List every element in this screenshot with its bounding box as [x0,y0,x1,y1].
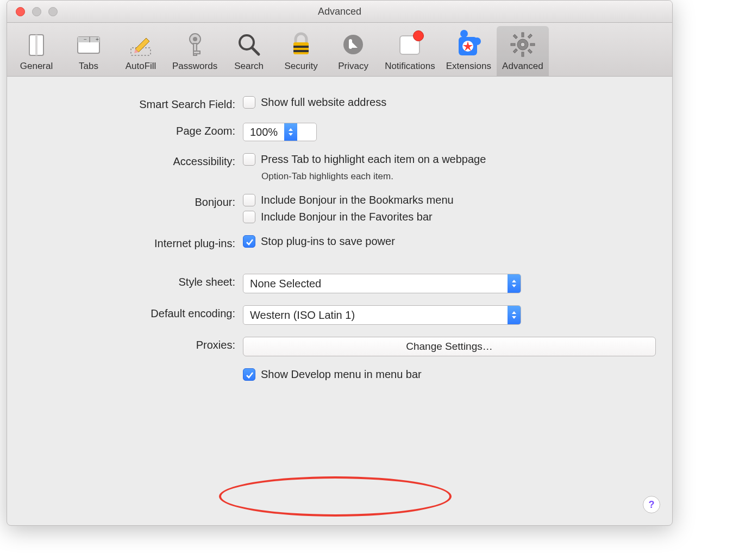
show-develop-label: Show Develop menu in menu bar [261,368,422,381]
default-encoding-select[interactable]: Western (ISO Latin 1) [243,305,521,325]
tab-label: Security [284,61,317,72]
tab-autofill[interactable]: AutoFill [115,26,167,76]
svg-rect-17 [293,46,309,48]
svg-text:+: + [96,36,99,42]
tab-notifications[interactable]: Notifications [379,26,441,76]
svg-point-11 [193,37,197,41]
svg-point-28 [521,42,525,47]
tabs-icon: −+ [73,29,104,60]
svg-rect-35 [528,34,532,39]
window-title: Advanced [318,6,361,17]
show-full-url-checkbox[interactable] [243,96,255,109]
tab-label: Privacy [338,61,368,72]
show-develop-checkbox[interactable] [243,368,255,381]
tab-advanced[interactable]: Advanced [497,26,549,76]
svg-rect-32 [530,43,535,46]
style-sheet-select[interactable]: None Selected [243,274,521,293]
passwords-icon [180,29,210,60]
svg-rect-34 [528,49,532,53]
svg-rect-36 [513,49,517,53]
extensions-icon [453,29,484,60]
svg-rect-30 [522,52,524,56]
advanced-icon [508,29,538,60]
tab-label: Search [234,61,264,72]
tab-privacy[interactable]: Privacy [327,26,379,76]
close-button[interactable] [16,7,25,16]
bonjour-favorites-checkbox[interactable] [243,211,255,223]
zoom-button[interactable] [48,7,58,16]
svg-rect-29 [522,33,524,37]
stepper-icon [508,274,521,293]
svg-line-15 [252,48,259,54]
bonjour-bookmarks-label: Include Bonjour in the Bookmarks menu [261,194,454,206]
window-controls [16,7,58,16]
search-icon [234,29,264,60]
svg-rect-13 [193,51,200,54]
press-tab-label: Press Tab to highlight each item on a we… [261,153,486,166]
notifications-icon [394,29,425,60]
tab-label: Tabs [79,61,98,72]
style-sheet-label: Style sheet: [23,274,243,288]
highlight-ellipse [219,476,452,517]
style-sheet-value: None Selected [243,278,508,290]
svg-point-23 [473,37,481,45]
general-icon [21,29,52,60]
tab-label: General [20,61,53,72]
tab-label: AutoFill [126,61,156,72]
tab-security[interactable]: Security [275,26,327,76]
minimize-button[interactable] [32,7,41,16]
svg-rect-16 [293,42,309,54]
accessibility-hint: Option-Tab highlights each item. [243,171,656,182]
stop-plugins-checkbox[interactable] [243,235,255,248]
tab-label: Advanced [502,61,543,72]
svg-rect-20 [349,39,352,49]
tab-label: Passwords [172,61,217,72]
preferences-window: Advanced General −+ Tabs [7,0,673,526]
svg-point-24 [460,30,468,37]
tab-label: Extensions [446,61,491,72]
help-button[interactable]: ? [643,496,660,513]
advanced-form: Smart Search Field: Show full website ad… [7,77,672,413]
security-icon [286,29,316,60]
svg-marker-8 [135,38,149,52]
smart-search-label: Smart Search Field: [23,96,243,111]
page-zoom-label: Page Zoom: [23,123,243,137]
default-encoding-label: Default encoding: [23,305,243,320]
press-tab-checkbox[interactable] [243,153,255,166]
show-full-url-label: Show full website address [261,96,386,109]
svg-rect-33 [513,34,517,39]
page-zoom-select[interactable]: 100% [243,123,317,141]
preferences-toolbar: General −+ Tabs AutoFill Pa [7,23,672,77]
proxies-label: Proxies: [23,337,243,351]
plugins-label: Internet plug-ins: [23,235,243,250]
tab-passwords[interactable]: Passwords [167,26,223,76]
bonjour-label: Bonjour: [23,194,243,209]
bonjour-favorites-label: Include Bonjour in the Favorites bar [261,211,433,223]
privacy-icon [338,29,368,60]
tab-label: Notifications [385,61,435,72]
svg-rect-31 [511,43,515,46]
svg-text:−: − [84,36,87,42]
page-zoom-value: 100% [243,126,284,139]
tab-general[interactable]: General [10,26,62,76]
change-settings-button[interactable]: Change Settings… [243,337,656,356]
titlebar: Advanced [7,1,672,23]
svg-rect-1 [35,35,37,55]
tab-extensions[interactable]: Extensions [441,26,497,76]
accessibility-label: Accessibility: [23,153,243,168]
tab-tabs[interactable]: −+ Tabs [62,26,115,76]
stepper-icon [508,306,521,324]
stepper-icon [284,123,297,141]
default-encoding-value: Western (ISO Latin 1) [243,309,508,322]
svg-rect-18 [293,50,309,52]
tab-search[interactable]: Search [223,26,275,76]
stop-plugins-label: Stop plug-ins to save power [261,235,395,248]
bonjour-bookmarks-checkbox[interactable] [243,194,255,206]
autofill-icon [126,29,156,60]
